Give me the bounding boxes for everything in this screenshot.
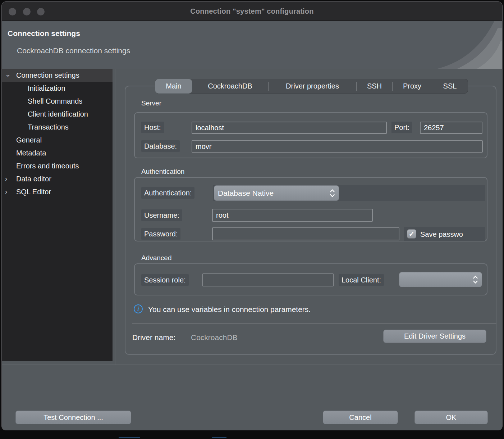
database-label: Database: [141, 140, 180, 152]
host-label: Host: [141, 122, 164, 133]
tab-proxy[interactable]: Proxy [393, 79, 432, 93]
sidebar-item-transactions[interactable]: Transactions [2, 121, 113, 133]
button-bar: Test Connection ... Cancel OK [2, 365, 502, 430]
tab-bar: Main CockroachDB Driver properties SSH P… [155, 79, 468, 94]
port-label: Port: [391, 122, 412, 133]
sidebar-item-sql-editor[interactable]: › SQL Editor [2, 185, 113, 198]
dialog-header: Connection settings CockroachDB connecti… [2, 21, 502, 69]
sidebar-item-connection-settings[interactable]: ⌄ Connection settings [2, 69, 113, 82]
info-message: You can use variables in connection para… [148, 305, 311, 314]
authentication-select-value: Database Native [218, 189, 330, 198]
session-role-input[interactable] [202, 273, 334, 286]
connection-config-dialog: Connection "system" configuration Connec… [1, 1, 503, 430]
database-input[interactable] [192, 140, 483, 153]
chevron-right-icon[interactable]: › [5, 172, 14, 185]
driver-separator [132, 323, 496, 323]
username-label: Username: [141, 209, 182, 221]
authentication-group-legend: Authentication [141, 168, 184, 176]
titlebar: Connection "system" configuration [2, 2, 502, 21]
tab-cockroachdb[interactable]: CockroachDB [192, 79, 268, 93]
advanced-group-legend: Advanced [141, 254, 172, 262]
sidebar-item-metadata[interactable]: Metadata [2, 146, 113, 159]
sidebar-item-label: Errors and timeouts [2, 162, 79, 170]
username-input[interactable] [212, 209, 373, 222]
chevron-down-icon[interactable]: ⌄ [5, 68, 14, 81]
password-label: Password: [141, 228, 180, 240]
server-group: Host: Port: Database: [134, 112, 487, 158]
advanced-group: Session role: Local Client: [134, 263, 487, 295]
sidebar-item-shell-commands[interactable]: Shell Commands [2, 95, 113, 108]
local-client-label: Local Client: [339, 274, 384, 286]
ok-button[interactable]: OK [414, 411, 488, 424]
authentication-group: Authentication: Database Native Username… [134, 177, 487, 241]
host-input[interactable] [192, 122, 387, 134]
main-area: ⌄ Connection settings Initialization She… [2, 69, 502, 365]
sidebar-item-label: Shell Commands [2, 97, 82, 105]
sidebar-item-errors-and-timeouts[interactable]: Errors and timeouts [2, 159, 113, 172]
save-password-checkbox[interactable]: ✓ [407, 229, 416, 239]
page-subtitle: CockroachDB connection settings [17, 46, 130, 55]
sidebar-item-data-editor[interactable]: › Data editor [2, 172, 113, 185]
settings-tree: ⌄ Connection settings Initialization She… [2, 69, 113, 361]
sidebar-item-label: Transactions [2, 123, 69, 131]
header-decoration-arcs [394, 21, 502, 69]
sidebar-item-general[interactable]: General [2, 133, 113, 146]
tab-ssl[interactable]: SSL [432, 79, 468, 93]
edit-driver-settings-button[interactable]: Edit Driver Settings [383, 330, 486, 343]
authentication-select[interactable]: Database Native [214, 185, 339, 201]
settings-content: Main CockroachDB Driver properties SSH P… [115, 69, 502, 365]
sidebar-item-client-identification[interactable]: Client identification [2, 108, 113, 121]
authentication-label: Authentication: [141, 187, 194, 199]
main-tab-panel: Server Host: Port: Database: Authenticat… [125, 86, 496, 355]
info-icon: i [134, 304, 143, 313]
sidebar-item-label: Metadata [2, 149, 46, 157]
port-input[interactable] [420, 122, 482, 134]
chevron-right-icon[interactable]: › [5, 185, 14, 198]
save-password-label[interactable]: Save password [420, 230, 463, 239]
sidebar-item-label: General [2, 136, 42, 144]
cancel-button[interactable]: Cancel [323, 411, 398, 424]
background-window-fragment [119, 437, 140, 438]
tab-driver-properties[interactable]: Driver properties [269, 79, 356, 93]
sidebar-item-initialization[interactable]: Initialization [2, 82, 113, 95]
driver-name-value: CockroachDB [191, 333, 238, 342]
tab-ssh[interactable]: SSH [357, 79, 392, 93]
updown-chevron-icon [473, 275, 478, 284]
background-window-fragment [212, 437, 226, 438]
session-role-label: Session role: [141, 274, 189, 286]
updown-chevron-icon [330, 189, 335, 198]
tab-main[interactable]: Main [155, 79, 192, 93]
password-input[interactable] [212, 227, 399, 240]
driver-name-label: Driver name: [132, 333, 175, 342]
page-title: Connection settings [8, 29, 80, 38]
sidebar-item-label: Initialization [2, 84, 65, 92]
test-connection-button[interactable]: Test Connection ... [15, 411, 131, 424]
sidebar-item-label: Client identification [2, 110, 88, 118]
server-group-legend: Server [141, 99, 161, 107]
window-title: Connection "system" configuration [2, 7, 502, 15]
local-client-select[interactable] [399, 272, 482, 287]
